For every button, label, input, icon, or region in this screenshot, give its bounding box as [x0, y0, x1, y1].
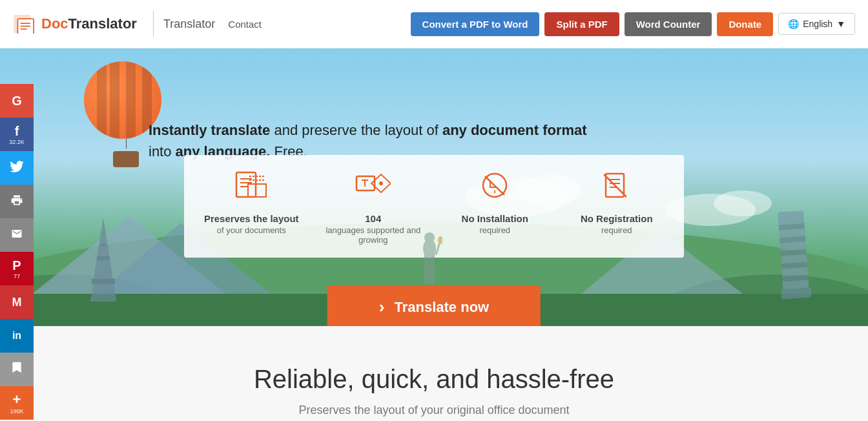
feature-3-title: No Installation: [440, 212, 550, 225]
chevron-down-icon: ▼: [836, 19, 845, 29]
hero-section: Instantly translate and preserve the lay…: [0, 48, 868, 326]
svg-rect-34: [101, 243, 106, 246]
feature-1-subtitle: of your documents: [197, 225, 306, 235]
word-counter-button[interactable]: Word Counter: [625, 12, 712, 36]
bookmark-icon: [12, 361, 22, 378]
svg-rect-32: [92, 279, 115, 284]
social-google[interactable]: G: [0, 84, 34, 118]
languages-icon: [319, 171, 428, 206]
print-icon: [10, 194, 24, 210]
social-pinterest[interactable]: P 77: [0, 252, 34, 285]
svg-point-47: [438, 236, 442, 244]
balloon-stripe-1: [97, 61, 107, 139]
pinterest-count: 77: [14, 273, 20, 280]
translate-now-button[interactable]: › Translate now: [327, 285, 541, 326]
bottom-title: Reliable, quick, and hassle-free: [13, 365, 855, 394]
globe-icon: 🌐: [788, 19, 799, 29]
headline-part2: and preserve the layout of: [274, 122, 442, 138]
balloon-rope: [126, 139, 127, 149]
split-pdf-button[interactable]: Split a PDF: [544, 12, 619, 36]
nav-translator-link[interactable]: Translator: [163, 17, 215, 31]
feature-3-subtitle: required: [440, 225, 550, 235]
bottom-subtitle: Preserves the layout of your original of…: [13, 404, 855, 417]
social-sidebar: G f 32.2K P 77 M in + 190K: [0, 84, 34, 420]
social-print[interactable]: [0, 185, 34, 218]
share-plus-count: 190K: [10, 408, 23, 415]
balloon-basket: [113, 151, 139, 167]
google-icon: G: [12, 94, 22, 108]
feature-4-subtitle: required: [563, 225, 672, 235]
social-share-plus[interactable]: + 190K: [0, 386, 34, 420]
donate-button[interactable]: Donate: [717, 12, 773, 36]
headline-part3: into: [149, 143, 176, 159]
feature-104-languages: 104 languages supported and growing: [313, 171, 435, 245]
balloon-stripe-3: [126, 61, 136, 139]
feature-1-title: Preserves the layout: [197, 212, 306, 225]
facebook-count: 32.2K: [9, 139, 25, 145]
social-facebook[interactable]: f 32.2K: [0, 118, 34, 151]
leaning-tower: [774, 210, 813, 302]
balloon-stripe-2: [110, 61, 119, 139]
svg-rect-33: [97, 256, 110, 260]
nav-divider: [153, 11, 154, 37]
svg-rect-45: [428, 232, 431, 239]
bottom-section: Reliable, quick, and hassle-free Preserv…: [0, 326, 868, 421]
feature-no-registration: No Registration required: [556, 171, 678, 235]
svg-point-23: [379, 181, 383, 185]
eiffel-tower: [84, 218, 123, 302]
language-selector[interactable]: 🌐 English ▼: [778, 13, 855, 35]
share-plus-icon: +: [13, 391, 21, 408]
logo-translator-text: Translator: [68, 15, 137, 32]
convert-pdf-button[interactable]: Convert a PDF to Word: [411, 12, 540, 36]
language-label: English: [803, 19, 832, 29]
headline-instantly-translate: Instantly translate: [149, 122, 270, 138]
navbar: DocTranslator Translator Contact Convert…: [0, 0, 868, 48]
svg-rect-36: [781, 287, 812, 299]
statue-of-liberty: [417, 220, 442, 291]
pinterest-icon: P: [12, 258, 21, 273]
svg-line-46: [436, 242, 440, 255]
feature-2-number: 104: [319, 212, 428, 225]
social-twitter[interactable]: [0, 151, 34, 185]
feature-2-subtitle: languages supported and growing: [319, 225, 428, 245]
svg-point-8: [714, 190, 772, 216]
translate-now-label: Translate now: [394, 299, 489, 316]
nav-contact-link[interactable]: Contact: [228, 19, 262, 30]
twitter-icon: [10, 161, 24, 176]
feature-no-installation: No Installation required: [434, 171, 556, 235]
logo-icon: [13, 14, 36, 34]
logo-link[interactable]: DocTranslator: [13, 14, 137, 34]
logo-doc: Doc: [41, 15, 68, 32]
gmail-icon: M: [12, 296, 22, 309]
feature-4-title: No Registration: [563, 212, 672, 225]
preserves-layout-icon: [197, 171, 306, 206]
social-linkedin[interactable]: in: [0, 319, 34, 353]
translate-button-container: › Translate now: [327, 285, 541, 326]
social-email[interactable]: [0, 218, 34, 252]
no-installation-icon: [440, 171, 550, 206]
email-icon: [10, 228, 24, 243]
no-registration-icon: [563, 171, 672, 206]
social-gmail[interactable]: M: [0, 285, 34, 319]
translate-arrow-icon: ›: [379, 297, 385, 317]
headline-any-format: any document format: [442, 122, 587, 138]
social-bookmark[interactable]: [0, 353, 34, 386]
linkedin-icon: in: [12, 330, 21, 342]
facebook-icon: f: [15, 124, 19, 139]
feature-preserves-layout: Preserves the layout of your documents: [191, 171, 313, 235]
